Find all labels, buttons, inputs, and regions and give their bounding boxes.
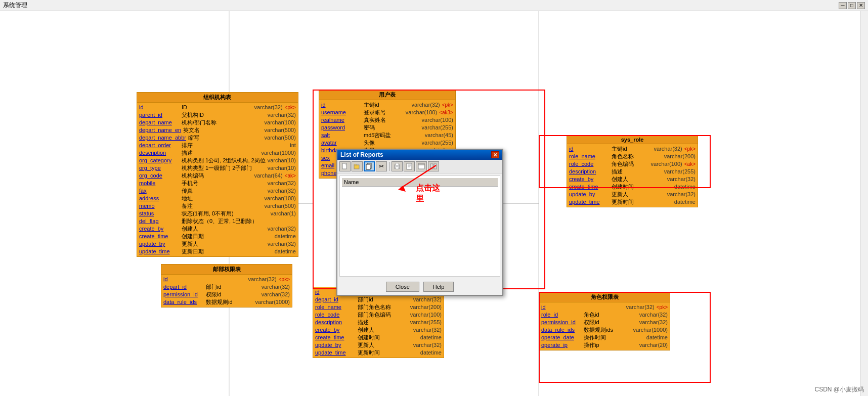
- svg-rect-10: [396, 163, 399, 165]
- list-of-reports-dialog[interactable]: List of Reports ✕ ✂: [336, 149, 503, 296]
- svg-rect-18: [430, 164, 433, 169]
- table-row: address地址varchar(100): [139, 195, 296, 202]
- close-btn[interactable]: ✕: [857, 2, 865, 9]
- table-row: operate_date操作时间datetime: [541, 334, 668, 341]
- dialog-close-icon-btn[interactable]: ✕: [491, 151, 499, 158]
- dialog-footer: Close Help: [337, 279, 502, 295]
- toolbar-cut-btn[interactable]: ✂: [376, 161, 387, 171]
- toolbar-preview-btn[interactable]: [404, 161, 415, 171]
- table-row: role_code角色编码varchar(100)<ak>: [569, 160, 696, 168]
- table-row: id主键idvarchar(32)<pk>: [321, 101, 453, 109]
- toolbar-new-btn[interactable]: [339, 161, 351, 171]
- table-row: create_time创建日期datetime: [139, 233, 296, 240]
- table-row: id主键idvarchar(32)<pk>: [569, 145, 696, 153]
- table-row: depart_name_en英文名varchar(500): [139, 126, 296, 134]
- close-button[interactable]: Close: [386, 282, 419, 292]
- table-row: idvarchar(32)<pk>: [541, 303, 668, 311]
- toolbar-sep-1: [389, 162, 389, 171]
- table-row: org_category机构类别 1公司, 2组织机构, 2岗位varchar(…: [139, 157, 296, 164]
- title-bar: 系统管理 ─ □ ✕: [0, 0, 868, 11]
- table-row: password密码varchar(255): [321, 124, 453, 131]
- table-row: update_by更新人varchar(32): [315, 341, 442, 349]
- table-row: role_name角色名称varchar(200): [569, 153, 696, 160]
- dialog-title: List of Reports: [340, 151, 383, 158]
- help-button[interactable]: Help: [423, 282, 454, 292]
- window-controls: ─ □ ✕: [839, 2, 865, 9]
- table-org-header: 组织机构表: [137, 93, 298, 103]
- table-row: org_code机构编码varchar(64)<ak>: [139, 172, 296, 180]
- table-row: permission_id权限idvarchar(32): [163, 291, 290, 298]
- table-row: create_by创建人varchar(32): [315, 326, 442, 334]
- table-row: memo备注varchar(500): [139, 202, 296, 210]
- table-row: description描述varchar(255): [315, 319, 442, 326]
- toolbar-open-btn[interactable]: [352, 161, 363, 171]
- scrollbar[interactable]: [860, 11, 868, 396]
- toolbar-prop2-btn[interactable]: [428, 161, 439, 171]
- table-dept-role: id部门idvarchar(32)<pk> depart_id部门idvarch…: [313, 287, 444, 358]
- table-row: create_by创建人varchar(32): [569, 175, 696, 183]
- svg-rect-8: [366, 164, 370, 169]
- table-row: depart_id部门idvarchar(32): [163, 283, 290, 291]
- table-row: update_time更新日期datetime: [139, 248, 296, 255]
- svg-rect-19: [434, 164, 437, 169]
- table-row: update_by更新人varchar(32): [569, 191, 696, 198]
- dialog-toolbar: ✂: [337, 160, 502, 173]
- dialog-list-body: [342, 187, 498, 275]
- table-row: realname真实姓名varchar(100): [321, 116, 453, 124]
- toolbar-prop1-btn[interactable]: [416, 161, 427, 171]
- table-org-body: idIDvarchar(32)<pk> parent_id父机构IDvarcha…: [137, 103, 298, 256]
- table-dept-role-body: id部门idvarchar(32)<pk> depart_id部门idvarch…: [313, 287, 444, 358]
- table-row: role_id角色idvarchar(32): [541, 311, 668, 319]
- table-row: data_rule_ids数据规则idsvarchar(1000): [541, 326, 668, 334]
- table-row: update_time更新时间datetime: [569, 198, 696, 206]
- table-row: mobile手机号varchar(32): [139, 180, 296, 187]
- maximize-btn[interactable]: □: [848, 2, 856, 9]
- table-row: data_rule_ids数据规则idvarchar(1000): [163, 298, 290, 306]
- table-row: role_code部门角色编码varchar(100): [315, 311, 442, 319]
- table-row: description描述varchar(1000): [139, 149, 296, 157]
- table-row: depart_name机构/部门名称varchar(100): [139, 119, 296, 126]
- table-sys-role-body: id主键idvarchar(32)<pk> role_name角色名称varch…: [567, 144, 698, 207]
- table-row: org_type机构类型 1一级部门 2子部门varchar(10): [139, 164, 296, 172]
- table-row: create_time创建时间datetime: [315, 334, 442, 341]
- minimize-btn[interactable]: ─: [839, 2, 847, 9]
- table-row: status状态(1有用, 0不有用)varchar(1): [139, 210, 296, 217]
- table-row: avatar头像varchar(255): [321, 139, 453, 147]
- svg-rect-6: [354, 164, 357, 165]
- table-row: permission_id权限idvarchar(32): [541, 319, 668, 326]
- watermark: CSDN @小麦搬码: [814, 385, 864, 394]
- dialog-list-header: Name: [342, 178, 498, 187]
- table-row: update_by更新人varchar(32): [139, 240, 296, 248]
- table-dept-perm-header: 邮部权限表: [161, 265, 292, 275]
- svg-rect-11: [396, 167, 399, 169]
- table-role-perm: 角色权限表 idvarchar(32)<pk> role_id角色idvarch…: [539, 292, 670, 350]
- table-row: create_by创建人varchar(32): [139, 225, 296, 233]
- table-row: idIDvarchar(32)<pk>: [139, 104, 296, 111]
- table-row: saltmd5密码盐varchar(45): [321, 131, 453, 139]
- table-role-perm-body: idvarchar(32)<pk> role_id角色idvarchar(32)…: [539, 302, 670, 350]
- table-dept-perm: 邮部权限表 idvarchar(32)<pk> depart_id部门idvar…: [161, 264, 292, 307]
- table-row: del_flag删除状态（0、正常, 1已删除）: [139, 217, 296, 225]
- table-sys-role: sys_role id主键idvarchar(32)<pk> role_name…: [567, 135, 698, 207]
- table-row: username登录帐号varchar(100)<ak3>: [321, 109, 453, 116]
- main-area: 组织机构表 idIDvarchar(32)<pk> parent_id父机构ID…: [0, 11, 868, 396]
- toolbar-copy-btn[interactable]: [364, 161, 375, 171]
- table-row: idvarchar(32)<pk>: [163, 276, 290, 283]
- table-sys-role-header: sys_role: [567, 136, 698, 144]
- svg-rect-17: [418, 163, 424, 165]
- table-user-header: 用户表: [319, 90, 455, 100]
- table-row: update_time更新时间datetime: [315, 349, 442, 357]
- table-dept-perm-body: idvarchar(32)<pk> depart_id部门idvarchar(3…: [161, 275, 292, 307]
- table-row: parent_id父机构IDvarchar(32): [139, 111, 296, 119]
- svg-rect-12: [407, 163, 412, 169]
- table-row: create_time创建时间datetime: [569, 183, 696, 191]
- table-row: depart_order排序int: [139, 142, 296, 149]
- table-row: description描述varchar(255): [569, 168, 696, 175]
- toolbar-print-btn[interactable]: [392, 161, 403, 171]
- window-title: 系统管理: [3, 1, 27, 10]
- table-row: depart_id部门idvarchar(32): [315, 296, 442, 303]
- table-role-perm-header: 角色权限表: [539, 292, 670, 302]
- table-org: 组织机构表 idIDvarchar(32)<pk> parent_id父机构ID…: [137, 92, 298, 257]
- table-row: operate_ip操作ipvarchar(20): [541, 341, 668, 349]
- table-row: fax传真varchar(32): [139, 187, 296, 195]
